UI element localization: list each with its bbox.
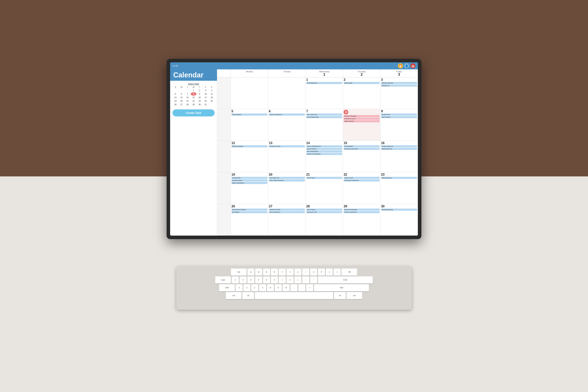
event-item[interactable]: Weekly Meeting [381, 208, 417, 211]
mini-cal-cell[interactable]: 2 [196, 89, 202, 92]
day-cell-wed-1[interactable]: 1 New Milestone [306, 78, 343, 109]
event-item[interactable]: Real Estate Appt [306, 116, 342, 118]
day-cell-mon-26[interactable]: 26 Main Branch Merge Q3 Report [231, 204, 268, 236]
kb-alt[interactable]: Alt [242, 292, 254, 299]
event-item[interactable]: Server Maintenance [306, 145, 342, 148]
user-icon[interactable]: 👤 [404, 63, 409, 68]
event-item[interactable]: Presentation [344, 145, 380, 148]
kb-period[interactable]: . [298, 284, 305, 291]
event-item[interactable]: New Project [306, 208, 342, 211]
mini-cal-cell[interactable]: 15 [191, 96, 196, 99]
day-cell-fri-3[interactable]: 3 Weekly Meeting Pickup Car [380, 78, 418, 109]
kb-h[interactable]: H [271, 276, 278, 284]
event-item[interactable]: Yoga Classes [344, 120, 380, 122]
kb-z[interactable]: Z [236, 284, 243, 291]
day-cell-wed-21[interactable]: 21 Order Parts [306, 172, 343, 204]
mini-cal-cell[interactable] [178, 89, 184, 92]
kb-u[interactable]: U [294, 268, 302, 276]
day-cell-thu-15[interactable]: 15 Presentation New QA Lead Meet [343, 141, 380, 172]
kb-q[interactable]: Q [247, 268, 254, 276]
mini-cal-cell[interactable]: 1 [191, 89, 196, 92]
kb-r[interactable]: R [271, 268, 278, 276]
day-cell-mon-w1[interactable] [231, 78, 268, 109]
day-cell-tue-6[interactable]: 6 Client Conference [268, 109, 306, 140]
mini-cal-cell[interactable]: 7 [185, 92, 190, 96]
event-item[interactable]: Client Lunch [344, 177, 380, 179]
mini-cal-cell-today[interactable]: 8 [191, 92, 196, 96]
day-cell-mon-5[interactable]: 5 Finish Report [231, 109, 268, 140]
event-item[interactable]: Dental Appt [344, 82, 380, 84]
kb-shift-l[interactable]: Shift [219, 284, 235, 291]
event-item[interactable]: Keyword Stats [232, 179, 268, 182]
event-item[interactable]: Solo Review [381, 116, 417, 118]
event-item[interactable]: Dev Follow Up [306, 114, 342, 116]
kb-alt-r[interactable]: Alt [334, 292, 346, 299]
kb-c[interactable]: C [251, 284, 258, 291]
event-item[interactable]: New Milestone [306, 82, 342, 84]
mini-cal-cell[interactable]: 13 [178, 96, 184, 99]
event-item[interactable]: Pickup Car [381, 84, 417, 87]
day-cell-thu-2[interactable]: 2 Dental Appt [343, 78, 380, 109]
kb-slash[interactable]: / [306, 284, 313, 291]
mini-cal-cell[interactable]: 28 [185, 103, 190, 106]
event-item[interactable]: Client Conference [344, 211, 380, 213]
kb-bracket-l[interactable]: [ [326, 268, 333, 276]
mini-cal-cell[interactable]: 19 [172, 99, 178, 103]
mini-cal-cell[interactable]: 30 [196, 103, 202, 106]
mini-cal-cell[interactable]: 3 [203, 89, 208, 92]
kb-ctrl[interactable]: Ctrl [226, 292, 242, 299]
day-cell-thu-29[interactable]: 29 Interview Manager Client Conference [343, 204, 380, 236]
kb-tab[interactable]: Tab [231, 268, 246, 276]
kb-caps[interactable]: Caps [215, 276, 231, 284]
day-cell-wed-7[interactable]: 7 Dev Follow Up Real Estate Appt [306, 109, 343, 140]
kb-w[interactable]: W [255, 268, 262, 276]
kb-backspace[interactable]: ⌫ [342, 268, 357, 276]
event-item[interactable]: Build Approval [381, 177, 417, 179]
mini-cal-cell[interactable]: 17 [203, 96, 208, 99]
kb-l[interactable]: L [294, 276, 302, 284]
kb-i[interactable]: I [302, 268, 309, 276]
mini-cal-cell[interactable]: 27 [178, 103, 184, 106]
mini-cal-cell[interactable]: 11 [209, 92, 214, 96]
clock-icon[interactable]: ⏰ [398, 63, 403, 68]
event-item[interactable]: Switch Provider [269, 208, 305, 211]
mini-cal-cell[interactable]: 24 [203, 99, 208, 103]
mini-cal-cell[interactable]: 29 [191, 103, 196, 106]
mini-cal-cell[interactable]: 6 [178, 92, 184, 96]
kb-v[interactable]: V [259, 284, 266, 291]
event-item[interactable]: Order Parts [306, 177, 342, 179]
day-cell-fri-30[interactable]: 30 Weekly Meeting [380, 204, 418, 236]
kb-quote[interactable]: ' [310, 276, 317, 284]
event-item[interactable]: New Chairs Delivery [269, 179, 305, 182]
event-item[interactable]: Website Update [232, 145, 268, 148]
kb-f[interactable]: F [255, 276, 262, 284]
mini-cal-cell[interactable]: 4 [209, 89, 214, 92]
event-item[interactable]: Weekly Meeting [381, 82, 417, 84]
event-item[interactable]: Finish Report [232, 114, 268, 116]
mini-cal-cell[interactable]: 16 [196, 96, 202, 99]
event-item[interactable]: New QA Lead Meet [344, 148, 380, 150]
kb-a[interactable]: A [232, 276, 239, 284]
day-cell-tue-13[interactable]: 13 Review License [268, 141, 306, 172]
kb-t[interactable]: T [279, 268, 286, 276]
event-item[interactable]: New Interface [306, 148, 342, 150]
mini-cal-cell[interactable]: 9 [196, 92, 202, 96]
kb-p[interactable]: P [318, 268, 325, 276]
day-cell-tue-w1[interactable] [268, 78, 306, 109]
kb-x[interactable]: X [244, 284, 250, 291]
day-cell-thu-8[interactable]: 8 Service Providers Investors Lunch Yoga… [343, 109, 380, 140]
event-item[interactable]: Client Conference [269, 114, 305, 116]
day-cell-wed-28[interactable]: 28 New Project Outsource HR [306, 204, 343, 236]
day-cell-tue-27[interactable]: 27 Switch Provider QA Conference [268, 204, 306, 236]
event-item[interactable]: Learning Conference [344, 179, 380, 182]
event-item[interactable]: New Dashboard [306, 150, 342, 152]
mini-cal-cell[interactable]: 26 [172, 103, 178, 106]
kb-e[interactable]: E [263, 268, 270, 276]
day-cell-mon-12[interactable]: 12 Website Update [231, 141, 268, 172]
day-cell-wed-14[interactable]: 14 Server Maintenance New Interface New … [306, 141, 343, 172]
kb-shift-r[interactable]: Shift [314, 284, 369, 291]
event-item[interactable]: Review License [269, 145, 305, 148]
kb-m[interactable]: M [283, 284, 290, 291]
kb-ctrl-r[interactable]: Ctrl [346, 292, 362, 299]
mini-cal-cell[interactable]: 14 [185, 96, 190, 99]
